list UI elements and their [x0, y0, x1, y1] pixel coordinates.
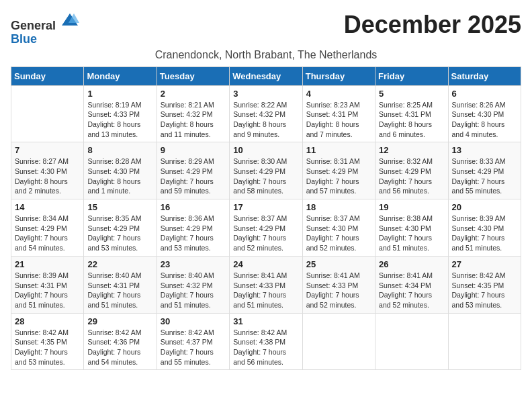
header-friday: Friday — [375, 66, 448, 85]
day-info: Sunrise: 8:37 AM Sunset: 4:30 PM Dayligh… — [306, 214, 371, 253]
day-number: 30 — [161, 316, 226, 326]
day-info: Sunrise: 8:32 AM Sunset: 4:29 PM Dayligh… — [379, 156, 444, 196]
day-info: Sunrise: 8:31 AM Sunset: 4:29 PM Dayligh… — [306, 156, 371, 196]
day-info: Sunrise: 8:25 AM Sunset: 4:31 PM Dayligh… — [379, 100, 444, 140]
calendar-cell — [375, 313, 448, 370]
calendar-cell: 28Sunrise: 8:42 AM Sunset: 4:35 PM Dayli… — [11, 313, 84, 370]
day-number: 16 — [161, 202, 226, 212]
logo-blue: Blue — [11, 33, 79, 46]
day-number: 10 — [233, 145, 298, 155]
calendar-cell: 12Sunrise: 8:32 AM Sunset: 4:29 PM Dayli… — [375, 142, 448, 199]
calendar-cell: 14Sunrise: 8:34 AM Sunset: 4:29 PM Dayli… — [11, 199, 84, 257]
day-info: Sunrise: 8:39 AM Sunset: 4:30 PM Dayligh… — [452, 214, 517, 253]
calendar-cell: 30Sunrise: 8:42 AM Sunset: 4:37 PM Dayli… — [157, 313, 229, 370]
calendar-cell: 17Sunrise: 8:37 AM Sunset: 4:29 PM Dayli… — [230, 199, 302, 257]
day-info: Sunrise: 8:27 AM Sunset: 4:30 PM Dayligh… — [15, 156, 80, 196]
day-info: Sunrise: 8:29 AM Sunset: 4:29 PM Dayligh… — [161, 156, 226, 196]
day-info: Sunrise: 8:42 AM Sunset: 4:37 PM Dayligh… — [161, 328, 226, 367]
day-number: 12 — [379, 145, 444, 155]
calendar-cell: 22Sunrise: 8:40 AM Sunset: 4:31 PM Dayli… — [84, 256, 157, 313]
header-tuesday: Tuesday — [157, 66, 229, 85]
calendar-cell: 3Sunrise: 8:22 AM Sunset: 4:32 PM Daylig… — [230, 85, 302, 142]
day-number: 8 — [87, 145, 152, 155]
calendar-cell: 26Sunrise: 8:41 AM Sunset: 4:34 PM Dayli… — [375, 256, 448, 313]
day-number: 7 — [15, 145, 80, 155]
day-number: 17 — [233, 202, 298, 212]
day-info: Sunrise: 8:42 AM Sunset: 4:36 PM Dayligh… — [87, 328, 152, 367]
day-info: Sunrise: 8:39 AM Sunset: 4:31 PM Dayligh… — [15, 271, 80, 310]
calendar-table: Sunday Monday Tuesday Wednesday Thursday… — [11, 66, 521, 371]
day-number: 22 — [87, 259, 152, 269]
day-number: 14 — [15, 202, 80, 212]
calendar-cell: 7Sunrise: 8:27 AM Sunset: 4:30 PM Daylig… — [11, 142, 84, 199]
month-title: December 2025 — [344, 11, 521, 39]
calendar-cell: 21Sunrise: 8:39 AM Sunset: 4:31 PM Dayli… — [11, 256, 84, 313]
day-number: 18 — [306, 202, 371, 212]
day-number: 13 — [452, 145, 517, 155]
logo-icon — [60, 11, 79, 30]
calendar-week-4: 21Sunrise: 8:39 AM Sunset: 4:31 PM Dayli… — [11, 256, 521, 313]
day-info: Sunrise: 8:41 AM Sunset: 4:34 PM Dayligh… — [379, 271, 444, 310]
day-info: Sunrise: 8:41 AM Sunset: 4:33 PM Dayligh… — [233, 271, 298, 310]
day-info: Sunrise: 8:19 AM Sunset: 4:33 PM Dayligh… — [87, 100, 152, 140]
logo-general: General — [11, 19, 56, 32]
day-info: Sunrise: 8:35 AM Sunset: 4:29 PM Dayligh… — [87, 214, 152, 253]
header-wednesday: Wednesday — [230, 66, 302, 85]
header-sunday: Sunday — [11, 66, 84, 85]
day-info: Sunrise: 8:23 AM Sunset: 4:31 PM Dayligh… — [306, 100, 371, 140]
calendar-cell — [302, 313, 375, 370]
calendar-cell: 4Sunrise: 8:23 AM Sunset: 4:31 PM Daylig… — [302, 85, 375, 142]
day-number: 11 — [306, 145, 371, 155]
day-info: Sunrise: 8:38 AM Sunset: 4:30 PM Dayligh… — [379, 214, 444, 253]
day-number: 5 — [379, 89, 444, 99]
calendar-cell: 31Sunrise: 8:42 AM Sunset: 4:38 PM Dayli… — [230, 313, 302, 370]
calendar-cell: 1Sunrise: 8:19 AM Sunset: 4:33 PM Daylig… — [84, 85, 157, 142]
day-info: Sunrise: 8:28 AM Sunset: 4:30 PM Dayligh… — [87, 156, 152, 196]
calendar-cell: 16Sunrise: 8:36 AM Sunset: 4:29 PM Dayli… — [157, 199, 229, 257]
calendar-cell: 19Sunrise: 8:38 AM Sunset: 4:30 PM Dayli… — [375, 199, 448, 257]
day-number: 31 — [233, 316, 298, 326]
header: General Blue December 2025 — [11, 11, 521, 46]
day-info: Sunrise: 8:42 AM Sunset: 4:38 PM Dayligh… — [233, 328, 298, 367]
calendar-week-1: 1Sunrise: 8:19 AM Sunset: 4:33 PM Daylig… — [11, 85, 521, 142]
day-info: Sunrise: 8:33 AM Sunset: 4:29 PM Dayligh… — [452, 156, 517, 196]
calendar-cell: 13Sunrise: 8:33 AM Sunset: 4:29 PM Dayli… — [448, 142, 521, 199]
calendar-cell: 24Sunrise: 8:41 AM Sunset: 4:33 PM Dayli… — [230, 256, 302, 313]
calendar-cell: 5Sunrise: 8:25 AM Sunset: 4:31 PM Daylig… — [375, 85, 448, 142]
day-number: 4 — [306, 89, 371, 99]
day-number: 19 — [379, 202, 444, 212]
day-number: 26 — [379, 259, 444, 269]
calendar-week-2: 7Sunrise: 8:27 AM Sunset: 4:30 PM Daylig… — [11, 142, 521, 199]
calendar-cell: 25Sunrise: 8:41 AM Sunset: 4:33 PM Dayli… — [302, 256, 375, 313]
day-number: 25 — [306, 259, 371, 269]
calendar-cell: 20Sunrise: 8:39 AM Sunset: 4:30 PM Dayli… — [448, 199, 521, 257]
day-number: 15 — [87, 202, 152, 212]
day-info: Sunrise: 8:36 AM Sunset: 4:29 PM Dayligh… — [161, 214, 226, 253]
calendar-cell: 23Sunrise: 8:40 AM Sunset: 4:32 PM Dayli… — [157, 256, 229, 313]
day-info: Sunrise: 8:22 AM Sunset: 4:32 PM Dayligh… — [233, 100, 298, 140]
day-info: Sunrise: 8:42 AM Sunset: 4:35 PM Dayligh… — [15, 328, 80, 367]
calendar-cell — [448, 313, 521, 370]
day-number: 2 — [161, 89, 226, 99]
day-number: 9 — [161, 145, 226, 155]
calendar-cell: 27Sunrise: 8:42 AM Sunset: 4:35 PM Dayli… — [448, 256, 521, 313]
logo-text: General — [11, 11, 79, 33]
day-number: 20 — [452, 202, 517, 212]
day-info: Sunrise: 8:34 AM Sunset: 4:29 PM Dayligh… — [15, 214, 80, 253]
calendar-header-row: Sunday Monday Tuesday Wednesday Thursday… — [11, 66, 521, 85]
calendar-cell: 15Sunrise: 8:35 AM Sunset: 4:29 PM Dayli… — [84, 199, 157, 257]
day-number: 29 — [87, 316, 152, 326]
calendar-cell: 8Sunrise: 8:28 AM Sunset: 4:30 PM Daylig… — [84, 142, 157, 199]
day-info: Sunrise: 8:26 AM Sunset: 4:30 PM Dayligh… — [452, 100, 517, 140]
calendar-cell: 18Sunrise: 8:37 AM Sunset: 4:30 PM Dayli… — [302, 199, 375, 257]
day-number: 28 — [15, 316, 80, 326]
calendar-cell: 2Sunrise: 8:21 AM Sunset: 4:32 PM Daylig… — [157, 85, 229, 142]
day-info: Sunrise: 8:37 AM Sunset: 4:29 PM Dayligh… — [233, 214, 298, 253]
header-monday: Monday — [84, 66, 157, 85]
day-info: Sunrise: 8:21 AM Sunset: 4:32 PM Dayligh… — [161, 100, 226, 140]
day-number: 1 — [87, 89, 152, 99]
day-info: Sunrise: 8:40 AM Sunset: 4:31 PM Dayligh… — [87, 271, 152, 310]
day-number: 21 — [15, 259, 80, 269]
header-thursday: Thursday — [302, 66, 375, 85]
day-number: 24 — [233, 259, 298, 269]
